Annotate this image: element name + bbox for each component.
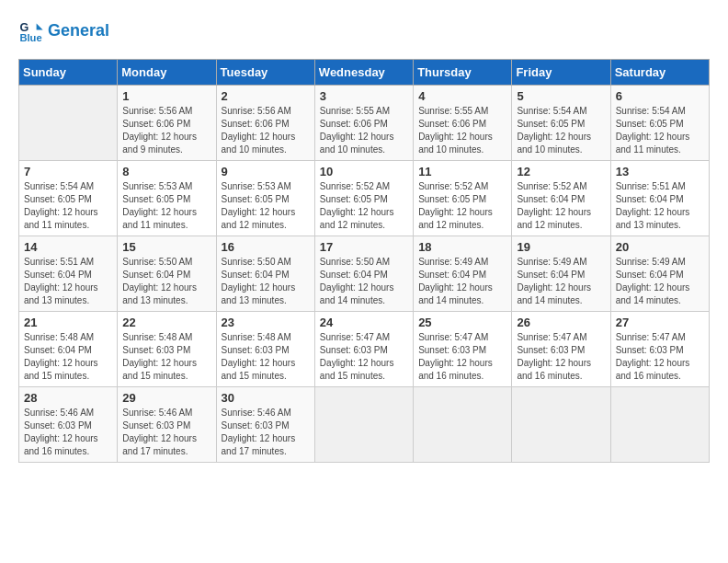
day-info: Sunrise: 5:52 AMSunset: 6:05 PMDaylight:…: [320, 180, 408, 232]
day-info: Sunrise: 5:55 AMSunset: 6:06 PMDaylight:…: [418, 105, 506, 156]
day-number: 9: [222, 165, 310, 178]
day-number: 19: [517, 240, 605, 254]
day-info: Sunrise: 5:54 AMSunset: 6:05 PMDaylight:…: [517, 105, 605, 156]
day-info: Sunrise: 5:52 AMSunset: 6:05 PMDaylight:…: [418, 180, 506, 232]
day-info: Sunrise: 5:48 AMSunset: 6:03 PMDaylight:…: [122, 331, 210, 383]
calendar-cell: 5Sunrise: 5:54 AMSunset: 6:05 PMDaylight…: [512, 86, 610, 161]
day-info: Sunrise: 5:51 AMSunset: 6:04 PMDaylight:…: [616, 180, 704, 232]
day-number: 20: [616, 240, 704, 254]
day-header-saturday: Saturday: [610, 60, 709, 86]
calendar-cell: 11Sunrise: 5:52 AMSunset: 6:05 PMDayligh…: [414, 161, 512, 236]
day-info: Sunrise: 5:54 AMSunset: 6:05 PMDaylight:…: [616, 105, 704, 156]
day-number: 27: [616, 316, 704, 329]
calendar-cell: [610, 387, 709, 463]
day-number: 5: [517, 89, 605, 103]
calendar-cell: 1Sunrise: 5:56 AMSunset: 6:06 PMDaylight…: [118, 86, 216, 161]
day-number: 28: [24, 391, 112, 405]
day-number: 17: [320, 240, 408, 254]
calendar-week-1: 1Sunrise: 5:56 AMSunset: 6:06 PMDaylight…: [19, 86, 710, 161]
calendar-cell: 15Sunrise: 5:50 AMSunset: 6:04 PMDayligh…: [118, 236, 216, 312]
day-info: Sunrise: 5:49 AMSunset: 6:04 PMDaylight:…: [517, 256, 605, 307]
calendar-cell: 17Sunrise: 5:50 AMSunset: 6:04 PMDayligh…: [314, 236, 413, 312]
calendar-cell: 21Sunrise: 5:48 AMSunset: 6:04 PMDayligh…: [19, 312, 118, 387]
day-number: 8: [122, 165, 210, 178]
day-number: 21: [24, 316, 112, 329]
day-number: 16: [222, 240, 310, 254]
calendar-cell: 30Sunrise: 5:46 AMSunset: 6:03 PMDayligh…: [216, 387, 314, 463]
day-info: Sunrise: 5:46 AMSunset: 6:03 PMDaylight:…: [122, 407, 210, 458]
calendar-cell: 28Sunrise: 5:46 AMSunset: 6:03 PMDayligh…: [19, 387, 118, 463]
day-info: Sunrise: 5:48 AMSunset: 6:04 PMDaylight:…: [24, 331, 112, 383]
calendar-cell: 13Sunrise: 5:51 AMSunset: 6:04 PMDayligh…: [610, 161, 709, 236]
day-number: 10: [320, 165, 408, 178]
day-info: Sunrise: 5:47 AMSunset: 6:03 PMDaylight:…: [418, 331, 506, 383]
calendar-cell: 16Sunrise: 5:50 AMSunset: 6:04 PMDayligh…: [216, 236, 314, 312]
day-info: Sunrise: 5:50 AMSunset: 6:04 PMDaylight:…: [222, 256, 310, 307]
day-info: Sunrise: 5:56 AMSunset: 6:06 PMDaylight:…: [122, 105, 210, 156]
day-number: 24: [320, 316, 408, 329]
calendar-cell: 19Sunrise: 5:49 AMSunset: 6:04 PMDayligh…: [512, 236, 610, 312]
day-info: Sunrise: 5:52 AMSunset: 6:04 PMDaylight:…: [517, 180, 605, 232]
day-number: 12: [517, 165, 605, 178]
calendar-week-3: 14Sunrise: 5:51 AMSunset: 6:04 PMDayligh…: [19, 236, 710, 312]
day-info: Sunrise: 5:48 AMSunset: 6:03 PMDaylight:…: [222, 331, 310, 383]
calendar-cell: 8Sunrise: 5:53 AMSunset: 6:05 PMDaylight…: [118, 161, 216, 236]
day-info: Sunrise: 5:47 AMSunset: 6:03 PMDaylight:…: [517, 331, 605, 383]
day-number: 11: [418, 165, 506, 178]
page-header: G Blue General: [18, 18, 710, 44]
logo-icon: G Blue: [18, 18, 44, 44]
day-number: 26: [517, 316, 605, 329]
day-info: Sunrise: 5:51 AMSunset: 6:04 PMDaylight:…: [24, 256, 112, 307]
day-number: 29: [122, 391, 210, 405]
calendar-cell: 29Sunrise: 5:46 AMSunset: 6:03 PMDayligh…: [118, 387, 216, 463]
calendar-week-5: 28Sunrise: 5:46 AMSunset: 6:03 PMDayligh…: [19, 387, 710, 463]
day-number: 6: [616, 89, 704, 103]
day-info: Sunrise: 5:49 AMSunset: 6:04 PMDaylight:…: [418, 256, 506, 307]
calendar-cell: 18Sunrise: 5:49 AMSunset: 6:04 PMDayligh…: [414, 236, 512, 312]
calendar-cell: 22Sunrise: 5:48 AMSunset: 6:03 PMDayligh…: [118, 312, 216, 387]
calendar-cell: 23Sunrise: 5:48 AMSunset: 6:03 PMDayligh…: [216, 312, 314, 387]
day-header-thursday: Thursday: [414, 60, 512, 86]
calendar-cell: [414, 387, 512, 463]
calendar-cell: 3Sunrise: 5:55 AMSunset: 6:06 PMDaylight…: [314, 86, 413, 161]
calendar-cell: 24Sunrise: 5:47 AMSunset: 6:03 PMDayligh…: [314, 312, 413, 387]
calendar-body: 1Sunrise: 5:56 AMSunset: 6:06 PMDaylight…: [19, 86, 710, 463]
calendar-week-2: 7Sunrise: 5:54 AMSunset: 6:05 PMDaylight…: [19, 161, 710, 236]
day-number: 14: [24, 240, 112, 254]
day-header-friday: Friday: [512, 60, 610, 86]
day-header-tuesday: Tuesday: [216, 60, 314, 86]
calendar-cell: 12Sunrise: 5:52 AMSunset: 6:04 PMDayligh…: [512, 161, 610, 236]
day-info: Sunrise: 5:54 AMSunset: 6:05 PMDaylight:…: [24, 180, 112, 232]
logo: G Blue General: [18, 18, 109, 44]
day-info: Sunrise: 5:49 AMSunset: 6:04 PMDaylight:…: [616, 256, 704, 307]
calendar-cell: [512, 387, 610, 463]
day-number: 7: [24, 165, 112, 178]
day-info: Sunrise: 5:53 AMSunset: 6:05 PMDaylight:…: [222, 180, 310, 232]
calendar-cell: 14Sunrise: 5:51 AMSunset: 6:04 PMDayligh…: [19, 236, 118, 312]
calendar-header-row: SundayMondayTuesdayWednesdayThursdayFrid…: [19, 60, 710, 86]
day-info: Sunrise: 5:47 AMSunset: 6:03 PMDaylight:…: [616, 331, 704, 383]
calendar-cell: [19, 86, 118, 161]
day-number: 18: [418, 240, 506, 254]
day-number: 23: [222, 316, 310, 329]
svg-marker-1: [37, 24, 43, 30]
calendar-cell: 25Sunrise: 5:47 AMSunset: 6:03 PMDayligh…: [414, 312, 512, 387]
day-number: 15: [122, 240, 210, 254]
day-info: Sunrise: 5:50 AMSunset: 6:04 PMDaylight:…: [122, 256, 210, 307]
day-info: Sunrise: 5:53 AMSunset: 6:05 PMDaylight:…: [122, 180, 210, 232]
day-number: 13: [616, 165, 704, 178]
calendar-cell: 6Sunrise: 5:54 AMSunset: 6:05 PMDaylight…: [610, 86, 709, 161]
calendar-table: SundayMondayTuesdayWednesdayThursdayFrid…: [18, 59, 710, 463]
day-header-monday: Monday: [118, 60, 216, 86]
day-number: 22: [122, 316, 210, 329]
calendar-cell: 20Sunrise: 5:49 AMSunset: 6:04 PMDayligh…: [610, 236, 709, 312]
day-number: 2: [222, 89, 310, 103]
day-info: Sunrise: 5:47 AMSunset: 6:03 PMDaylight:…: [320, 331, 408, 383]
calendar-cell: 7Sunrise: 5:54 AMSunset: 6:05 PMDaylight…: [19, 161, 118, 236]
day-number: 4: [418, 89, 506, 103]
day-header-sunday: Sunday: [19, 60, 118, 86]
svg-text:Blue: Blue: [19, 32, 41, 43]
day-number: 3: [320, 89, 408, 103]
logo-text: General: [48, 22, 109, 40]
calendar-week-4: 21Sunrise: 5:48 AMSunset: 6:04 PMDayligh…: [19, 312, 710, 387]
